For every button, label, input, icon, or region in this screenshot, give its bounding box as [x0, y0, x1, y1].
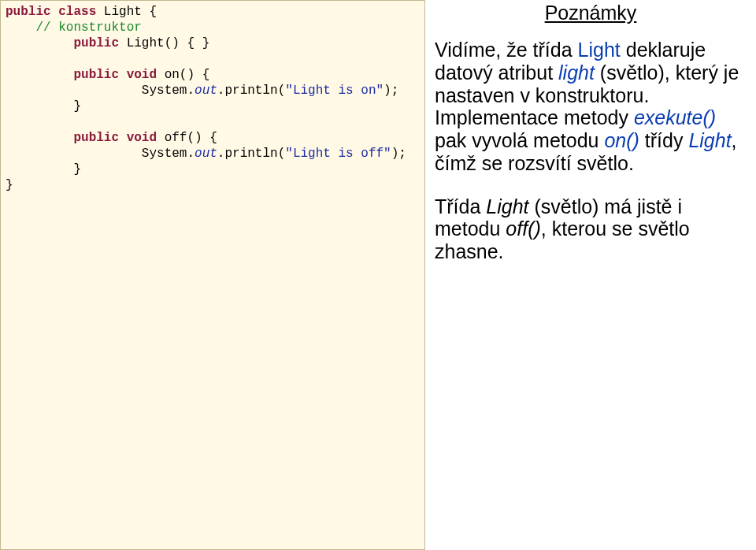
paragraph-1: Vidíme, že třída Light deklaruje datový …: [435, 39, 747, 175]
space: [119, 68, 127, 82]
space: [119, 36, 127, 50]
out-field: out: [195, 147, 217, 161]
println-end: );: [391, 147, 406, 161]
keyword-void: void: [127, 68, 157, 82]
text: Třída: [435, 195, 486, 217]
brace: }: [6, 178, 13, 192]
keyword-public: public: [6, 5, 51, 19]
string-literal: "Light is on": [285, 84, 384, 98]
space: [157, 131, 165, 145]
method-on: on(): [165, 68, 195, 82]
class-ref-light: Light: [578, 39, 621, 61]
method-off: off(): [165, 131, 202, 145]
comment: // konstruktor: [35, 20, 141, 35]
keyword-class: class: [58, 5, 96, 19]
text: pak vyvolá metodu: [435, 129, 604, 151]
keyword-public: public: [73, 131, 119, 145]
class-ref-light: Light: [688, 129, 731, 151]
system: System.: [142, 147, 195, 161]
out-field: out: [195, 84, 217, 98]
system: System.: [142, 84, 195, 98]
brace: {: [149, 5, 157, 19]
space: [195, 68, 202, 82]
space: [51, 5, 59, 19]
method-ref-on: on(): [604, 129, 639, 151]
space: [119, 131, 127, 145]
code-panel: public class Light { // konstruktor publ…: [0, 0, 425, 550]
attr-ref-light: light: [558, 61, 595, 84]
brace: {: [209, 131, 217, 145]
text: třídy: [639, 129, 689, 151]
string-literal: "Light is off": [285, 147, 391, 161]
notes-panel: Poznámky Vidíme, že třída Light deklaruj…: [425, 0, 756, 550]
ctor-body: { }: [187, 36, 209, 50]
println-call: .println(: [217, 84, 285, 98]
text: Vidíme, že třída: [435, 39, 578, 61]
brace: }: [73, 99, 81, 113]
ctor-name: Light(): [127, 36, 180, 50]
brace: {: [202, 68, 210, 82]
method-ref-execute: exekute(): [634, 106, 716, 128]
println-end: );: [384, 84, 398, 98]
class-ref-light: Light: [486, 195, 528, 217]
paragraph-2: Třída Light (světlo) má jistě i metodu o…: [435, 195, 747, 263]
space: [202, 131, 210, 145]
keyword-void: void: [127, 131, 157, 145]
brace: }: [73, 162, 81, 177]
keyword-public: public: [73, 68, 119, 82]
space: [157, 68, 165, 82]
keyword-public: public: [73, 36, 119, 50]
notes-title: Poznámky: [435, 2, 747, 24]
space: [96, 5, 104, 19]
class-name: Light: [104, 5, 142, 19]
method-ref-off: off(): [506, 217, 540, 240]
println-call: .println(: [217, 147, 285, 161]
